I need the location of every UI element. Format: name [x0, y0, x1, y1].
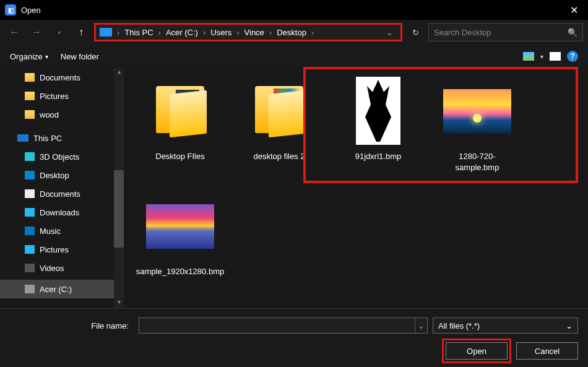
close-button[interactable]: ✕: [560, 0, 588, 20]
sidebar-label: Desktop: [40, 171, 69, 180]
chevron-right-icon[interactable]: ›: [116, 28, 121, 37]
file-name: 1280-720-sample.bmp: [437, 151, 517, 173]
breadcrumb-dropdown[interactable]: ⌄: [383, 28, 397, 37]
file-item-image[interactable]: 91jdxrl1.bmp: [338, 77, 418, 173]
forward-button[interactable]: →: [27, 23, 46, 41]
download-icon: [25, 208, 35, 217]
toolbar: Organize ▾ New folder ▾ ?: [0, 45, 588, 68]
sidebar-item-acer-c[interactable]: Acer (C:): [0, 280, 114, 298]
sidebar-label: Documents: [40, 73, 80, 82]
sidebar-item-music[interactable]: Music: [0, 222, 114, 240]
chevron-down-icon[interactable]: ▾: [540, 53, 543, 60]
breadcrumb-segment[interactable]: Desktop: [273, 28, 310, 37]
up-button[interactable]: ↑: [72, 23, 90, 41]
recent-dropdown[interactable]: ▾: [50, 23, 68, 41]
sidebar-label: Pictures: [40, 92, 69, 101]
music-icon: [25, 227, 35, 235]
new-folder-button[interactable]: New folder: [61, 52, 99, 61]
file-content-area[interactable]: Desktop FIles desktop files 2 91jdxrl1.b…: [124, 68, 588, 308]
sidebar-item-this-pc[interactable]: This PC: [0, 129, 114, 147]
filename-input[interactable]: ⌄: [139, 317, 428, 334]
scrollbar-thumb[interactable]: [114, 170, 124, 248]
chevron-right-icon[interactable]: ›: [268, 28, 273, 37]
breadcrumb-bar[interactable]: › This PC › Acer (C:) › Users › Vince › …: [94, 23, 402, 41]
help-icon[interactable]: ?: [567, 51, 578, 62]
pc-icon: [17, 134, 28, 142]
folder-icon: [25, 110, 35, 119]
sidebar-item-desktop[interactable]: Desktop: [0, 166, 114, 184]
filename-dropdown[interactable]: ⌄: [415, 318, 427, 333]
file-name: 91jdxrl1.bmp: [355, 151, 401, 162]
chevron-down-icon: ⌄: [566, 321, 573, 330]
sidebar-item-pictures[interactable]: Pictures: [0, 87, 114, 105]
folder-icon: [152, 86, 208, 136]
breadcrumb-segment[interactable]: This PC: [121, 28, 157, 37]
navigation-sidebar: Documents Pictures wood This PC 3D Objec…: [0, 68, 124, 308]
image-thumbnail: [356, 77, 400, 145]
file-name: sample_1920x1280.bmp: [136, 266, 224, 277]
breadcrumb-segment[interactable]: Users: [207, 28, 235, 37]
file-type-filter[interactable]: All files (*.*) ⌄: [433, 317, 578, 334]
sidebar-label: 3D Objects: [40, 152, 79, 162]
sidebar-scrollbar[interactable]: ▴ ▾: [114, 68, 124, 308]
sidebar-item-documents2[interactable]: Documents: [0, 184, 114, 203]
search-placeholder: Search Desktop: [434, 28, 568, 37]
file-item-folder[interactable]: desktop files 2: [239, 77, 319, 173]
breadcrumb-segment[interactable]: Vince: [241, 28, 268, 37]
search-input[interactable]: Search Desktop 🔍: [428, 23, 583, 41]
sidebar-label: Acer (C:): [40, 285, 72, 294]
organize-label: Organize: [10, 52, 43, 61]
search-icon[interactable]: 🔍: [568, 28, 577, 37]
folder-icon: [25, 73, 35, 82]
3d-icon: [25, 152, 35, 161]
folder-icon: [251, 86, 307, 136]
chevron-right-icon[interactable]: ›: [202, 28, 207, 37]
video-icon: [25, 264, 35, 272]
file-item-image[interactable]: 1280-720-sample.bmp: [437, 77, 517, 173]
pictures-icon: [25, 245, 35, 254]
chevron-down-icon: ▾: [45, 53, 48, 60]
open-label: Open: [467, 347, 486, 356]
chevron-right-icon[interactable]: ›: [310, 28, 315, 37]
sidebar-item-documents[interactable]: Documents: [0, 68, 114, 87]
chevron-right-icon[interactable]: ›: [235, 28, 240, 37]
scroll-down-icon[interactable]: ▾: [114, 298, 124, 308]
organize-menu[interactable]: Organize ▾: [10, 52, 48, 61]
file-grid: Desktop FIles desktop files 2 91jdxrl1.b…: [129, 77, 583, 278]
file-item-folder[interactable]: Desktop FIles: [140, 77, 220, 173]
breadcrumb-segment[interactable]: Acer (C:): [162, 28, 202, 37]
sidebar-item-videos[interactable]: Videos: [0, 259, 114, 277]
file-item-image[interactable]: sample_1920x1280.bmp: [140, 192, 220, 277]
file-name: desktop files 2: [253, 151, 305, 162]
folder-icon: [25, 92, 35, 100]
sidebar-label: Pictures: [40, 245, 69, 254]
filter-label: All files (*.*): [438, 321, 566, 330]
sidebar-label: Videos: [40, 264, 64, 273]
preview-pane-icon[interactable]: [550, 52, 561, 61]
sidebar-item-downloads[interactable]: Downloads: [0, 203, 114, 222]
new-folder-label: New folder: [61, 52, 99, 61]
sidebar-item-3d-objects[interactable]: 3D Objects: [0, 147, 114, 166]
chevron-right-icon[interactable]: ›: [157, 28, 162, 37]
file-name: Desktop FIles: [155, 151, 204, 162]
desktop-icon: [25, 171, 35, 179]
pc-icon: [100, 28, 112, 37]
view-mode-icon[interactable]: [523, 52, 534, 61]
filename-row: File name: ⌄ All files (*.*) ⌄: [10, 317, 578, 334]
main-area: Documents Pictures wood This PC 3D Objec…: [0, 68, 588, 308]
sidebar-label: Music: [40, 227, 61, 236]
view-controls: ▾ ?: [523, 51, 578, 62]
filename-label: File name:: [10, 321, 134, 330]
sidebar-item-wood[interactable]: wood: [0, 105, 114, 124]
navigation-bar: ← → ▾ ↑ › This PC › Acer (C:) › Users › …: [0, 20, 588, 45]
open-dialog-window: ◧ Open ✕ ← → ▾ ↑ › This PC › Acer (C:) ›…: [0, 0, 588, 367]
cancel-button[interactable]: Cancel: [516, 342, 578, 360]
refresh-button[interactable]: ↻: [406, 23, 425, 41]
sidebar-label: Downloads: [40, 208, 79, 217]
app-icon: ◧: [5, 4, 16, 15]
open-button[interactable]: Open: [446, 342, 508, 360]
back-button[interactable]: ←: [5, 23, 24, 41]
title-bar: ◧ Open ✕: [0, 0, 588, 20]
sidebar-item-pictures2[interactable]: Pictures: [0, 240, 114, 259]
scroll-up-icon[interactable]: ▴: [114, 68, 124, 78]
